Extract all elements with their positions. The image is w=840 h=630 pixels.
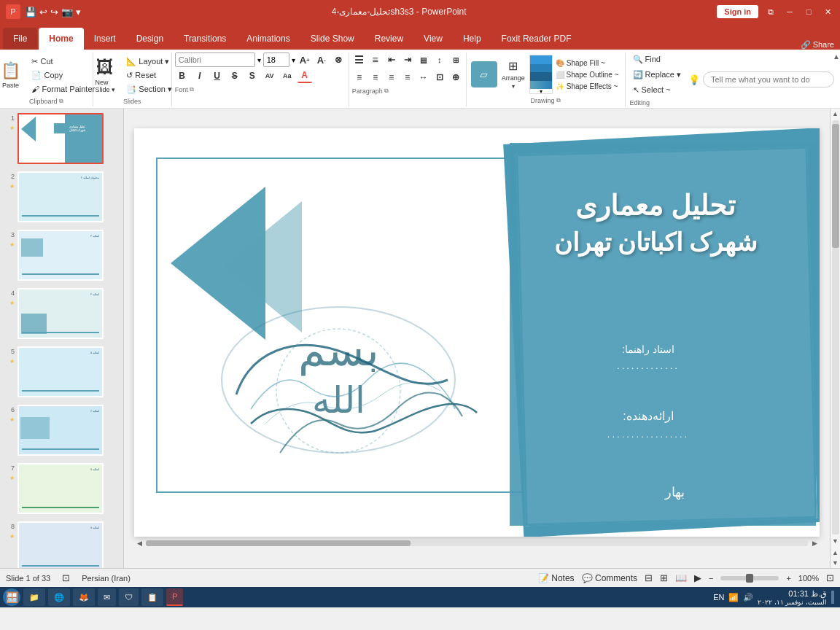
slide-thumbnail-5[interactable]: 5 ★ اسلاید ۵ <box>3 345 120 399</box>
tab-view[interactable]: View <box>413 28 453 50</box>
slide-thumb-img-7[interactable]: اسلاید ۷ <box>18 463 104 514</box>
format-painter-button[interactable]: 🖌 Format Painter <box>28 82 98 96</box>
slide-thumb-img-2[interactable]: محتوای اسلاید ۲ <box>18 171 104 222</box>
slide-canvas[interactable]: بسم الله <box>134 128 820 537</box>
slide-thumbnail-8[interactable]: 8 ★ اسلاید ۸ <box>3 520 120 568</box>
view-slide-sorter-button[interactable]: ⊞ <box>660 572 668 583</box>
slide-thumbnail-7[interactable]: 7 ★ اسلاید ۷ <box>3 462 120 516</box>
ribbon-collapse-button[interactable]: ▲ <box>833 52 840 61</box>
sign-in-button[interactable]: Sign in <box>717 5 758 18</box>
shape-effects-button[interactable]: ✨ Shape Effects ~ <box>554 82 621 91</box>
decrease-font-button[interactable]: A- <box>314 52 329 67</box>
slide-thumbnail-2[interactable]: 2 ★ محتوای اسلاید ۲ <box>3 170 120 224</box>
bullets-button[interactable]: ☰ <box>352 52 367 67</box>
section-button[interactable]: 📑 Section ▾ <box>123 82 175 96</box>
tab-animations[interactable]: Animations <box>236 28 300 50</box>
italic-button[interactable]: I <box>192 69 207 83</box>
font-dropdown-icon[interactable]: ▾ <box>257 56 261 64</box>
tell-me-input[interactable] <box>703 71 834 88</box>
zoom-plus-icon[interactable]: + <box>786 574 790 583</box>
font-expand-icon[interactable]: ⧉ <box>190 86 194 93</box>
find-button[interactable]: 🔍 Find <box>630 52 684 66</box>
taskbar-app-notes[interactable]: 📋 <box>141 588 163 606</box>
taskbar-app-powerpoint[interactable]: P <box>166 588 183 606</box>
tab-home[interactable]: Home <box>39 28 83 50</box>
align-right-button[interactable]: ≡ <box>384 70 399 85</box>
tab-design[interactable]: Design <box>126 28 174 50</box>
tab-transitions[interactable]: Transitions <box>174 28 236 50</box>
view-reading-button[interactable]: 📖 <box>675 572 687 583</box>
view-presenter-button[interactable]: ▶ <box>694 572 701 583</box>
increase-font-button[interactable]: A+ <box>298 52 312 67</box>
smart-art-button[interactable]: ⊞ <box>448 52 463 67</box>
v-scroll-thumb[interactable] <box>832 124 839 248</box>
minimize-button[interactable]: ─ <box>783 5 796 18</box>
copy-button[interactable]: 📄 Copy <box>28 69 98 82</box>
align-text-button[interactable]: ⊡ <box>432 70 447 85</box>
justify-button[interactable]: ≡ <box>400 70 415 85</box>
decrease-indent-button[interactable]: ⇤ <box>384 52 399 67</box>
tab-review[interactable]: Review <box>365 28 413 50</box>
slide-thumb-img-4[interactable]: اسلاید ۴ <box>18 288 104 339</box>
layout-button[interactable]: 📐 Layout ▾ <box>123 55 175 68</box>
close-button[interactable]: ✕ <box>821 5 834 18</box>
align-center-button[interactable]: ≡ <box>368 70 383 85</box>
font-size-dropdown-icon[interactable]: ▾ <box>292 56 295 64</box>
save-icon[interactable]: 💾 <box>25 7 36 18</box>
clipboard-expand-icon[interactable]: ⧉ <box>59 98 63 105</box>
quick-styles-button[interactable]: ▾ <box>529 55 553 94</box>
slide-thumb-img-3[interactable]: اسلاید ۳ <box>18 230 104 281</box>
maximize-button[interactable]: □ <box>802 5 815 18</box>
view-normal-button[interactable]: ⊟ <box>645 572 653 583</box>
font-name-input[interactable] <box>175 52 255 67</box>
redo-icon[interactable]: ↪ <box>50 7 58 18</box>
align-left-button[interactable]: ≡ <box>352 70 367 85</box>
taskbar-app-firefox[interactable]: 🦊 <box>73 588 95 606</box>
tab-insert[interactable]: Insert <box>84 28 126 50</box>
line-spacing-button[interactable]: ↕ <box>432 52 447 67</box>
replace-button[interactable]: 🔄 Replace ▾ <box>630 68 684 81</box>
arrange-button[interactable]: ⊞ Arrange ▾ <box>499 58 528 91</box>
paragraph-expand-icon[interactable]: ⧉ <box>384 88 389 95</box>
scroll-up-button[interactable]: ▲ <box>831 109 841 119</box>
text-direction-button[interactable]: ↔ <box>416 70 431 85</box>
strikethrough-button[interactable]: S <box>228 69 242 83</box>
restore-window-button[interactable]: ⧉ <box>764 5 777 18</box>
share-button[interactable]: 🔗 Share <box>801 40 834 50</box>
comments-button[interactable]: 💬 Comments <box>582 573 637 583</box>
slide-thumbnail-3[interactable]: 3 ★ اسلاید ۳ <box>3 228 120 282</box>
select-button[interactable]: ↖ Select ~ <box>630 83 684 96</box>
convert-smart-button[interactable]: ⊕ <box>448 70 463 85</box>
font-color-button[interactable]: A <box>298 69 312 83</box>
drawing-expand-icon[interactable]: ⧉ <box>556 97 561 104</box>
scroll-down-button[interactable]: ▼ <box>831 536 841 546</box>
slide-thumb-img-5[interactable]: اسلاید ۵ <box>18 346 104 397</box>
show-desktop-button[interactable] <box>831 591 834 604</box>
dropdown-icon[interactable]: ▾ <box>76 7 81 18</box>
zoom-thumb[interactable] <box>746 574 753 583</box>
h-scroll-track[interactable] <box>146 540 808 546</box>
scroll-down2-button[interactable]: ▼ <box>831 558 841 568</box>
bold-button[interactable]: B <box>175 69 190 83</box>
undo-icon[interactable]: ↩ <box>39 7 47 18</box>
numbering-button[interactable]: ≡ <box>368 52 383 67</box>
cols-button[interactable]: ▤ <box>416 52 431 67</box>
text-shadow-button[interactable]: S <box>245 69 260 83</box>
present-icon[interactable]: 📷 <box>61 7 73 18</box>
tab-file[interactable]: File <box>3 28 37 50</box>
slide-thumbnail-4[interactable]: 4 ★ اسلاید ۴ <box>3 287 120 341</box>
taskbar-app-defender[interactable]: 🛡 <box>119 588 139 606</box>
char-spacing-button[interactable]: AV <box>262 69 277 83</box>
cut-button[interactable]: ✂ Cut <box>28 55 98 68</box>
reset-button[interactable]: ↺ Reset <box>123 69 175 82</box>
increase-indent-button[interactable]: ⇥ <box>400 52 415 67</box>
tab-help[interactable]: Help <box>453 28 491 50</box>
notes-button[interactable]: 📝 Notes <box>538 573 575 583</box>
taskbar-app-chrome[interactable]: 🌐 <box>48 588 70 606</box>
tab-slideshow[interactable]: Slide Show <box>300 28 365 50</box>
zoom-minus-icon[interactable]: − <box>709 574 713 583</box>
tab-foxit[interactable]: Foxit Reader PDF <box>491 28 582 50</box>
scroll-left-button[interactable]: ◀ <box>134 538 144 548</box>
sound-icon[interactable]: 🔊 <box>743 593 753 602</box>
underline-button[interactable]: U <box>210 69 225 83</box>
